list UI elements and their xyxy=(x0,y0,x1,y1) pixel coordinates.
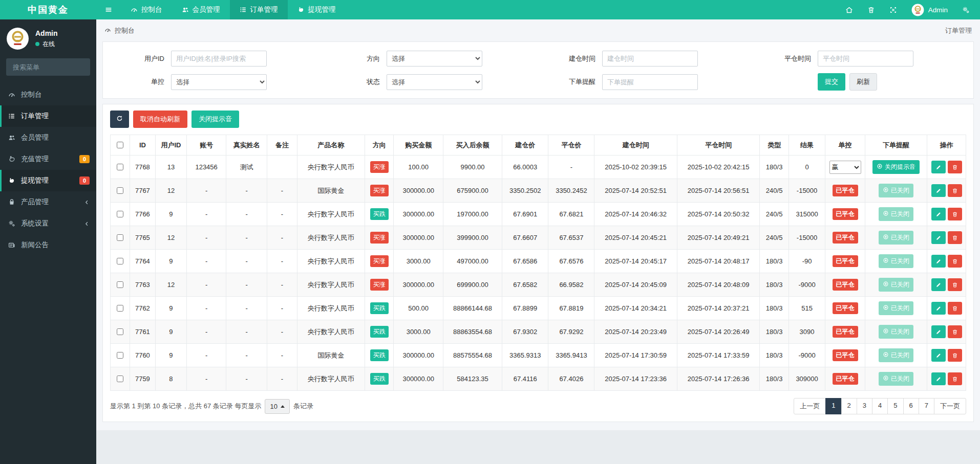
delete-button[interactable] xyxy=(948,255,962,268)
cell-open-price: 67.6607 xyxy=(502,226,548,250)
remind-closed-button[interactable]: 已关闭 xyxy=(879,348,913,362)
submit-button[interactable]: 提交 xyxy=(818,73,845,91)
row-checkbox[interactable] xyxy=(117,234,123,241)
page-button-4[interactable]: 4 xyxy=(872,398,888,414)
delete-button[interactable] xyxy=(948,278,962,291)
cell-real-name: - xyxy=(226,179,267,203)
column-header: 类型 xyxy=(760,135,789,156)
row-checkbox[interactable] xyxy=(117,328,123,335)
control-select[interactable]: 赢 xyxy=(829,161,861,174)
remind-closed-button[interactable]: 已关闭 xyxy=(879,207,913,221)
column-header: 产品名称 xyxy=(297,135,365,156)
sidebar-item-news[interactable]: 新闻公告 xyxy=(0,234,96,256)
home-icon[interactable] xyxy=(845,6,853,14)
sidebar-item-withdraw[interactable]: 提现管理0 xyxy=(0,170,96,191)
delete-button[interactable] xyxy=(948,231,962,244)
user-id-input[interactable] xyxy=(171,51,267,67)
cell-close-price: 67.8819 xyxy=(548,297,594,320)
sidebar-toggle-button[interactable] xyxy=(96,0,121,19)
prev-page-button[interactable]: 上一页 xyxy=(794,398,826,414)
edit-button[interactable] xyxy=(931,255,946,268)
table-row: 77629---央行数字人民币买跌500.0088866144.6867.889… xyxy=(111,297,966,320)
row-checkbox[interactable] xyxy=(117,211,123,217)
sidebar-search-input[interactable] xyxy=(12,63,104,72)
edit-button[interactable] xyxy=(931,161,946,173)
status-select[interactable]: 选择 xyxy=(387,74,482,90)
page-button-3[interactable]: 3 xyxy=(857,398,872,414)
admin-menu[interactable]: Admin xyxy=(911,4,948,16)
row-checkbox[interactable] xyxy=(117,281,123,288)
delete-button[interactable] xyxy=(948,349,962,362)
remind-closed-button[interactable]: 已关闭 xyxy=(879,278,913,292)
table-row: 776512---央行数字人民币买涨300000.00399900.0067.6… xyxy=(111,226,966,250)
edit-button[interactable] xyxy=(931,208,946,220)
remind-closed-button[interactable]: 已关闭 xyxy=(879,301,913,315)
order-remind-input[interactable] xyxy=(602,74,698,90)
cancel-auto-refresh-button[interactable]: 取消自动刷新 xyxy=(133,111,187,128)
delete-button[interactable] xyxy=(948,372,962,385)
delete-button[interactable] xyxy=(948,208,962,220)
admin-label: Admin xyxy=(928,6,948,14)
cell-open-price: 67.6582 xyxy=(502,273,548,297)
circle-dot-icon xyxy=(883,187,889,194)
close-remind-button[interactable]: 关闭提示音 xyxy=(872,160,920,174)
edit-button[interactable] xyxy=(931,372,946,385)
cell-open-price: 67.8899 xyxy=(502,297,548,320)
delete-button[interactable] xyxy=(948,184,962,197)
open-time-input[interactable] xyxy=(602,51,698,67)
refresh-filters-button[interactable]: 刷新 xyxy=(849,73,877,91)
cell-balance-after: 88863554.68 xyxy=(443,320,502,344)
delete-button[interactable] xyxy=(948,161,962,173)
refresh-table-button[interactable] xyxy=(110,111,129,128)
nav-item-withdraw[interactable]: 提现管理 xyxy=(288,0,346,19)
row-checkbox[interactable] xyxy=(117,352,123,359)
sidebar-item-settings[interactable]: 系统设置 xyxy=(0,213,96,234)
cell-balance-after: 699900.00 xyxy=(443,273,502,297)
edit-button[interactable] xyxy=(931,325,946,338)
page-button-5[interactable]: 5 xyxy=(887,398,903,414)
delete-button[interactable] xyxy=(948,302,962,315)
control-select[interactable]: 选择 xyxy=(171,74,267,90)
row-checkbox[interactable] xyxy=(117,305,123,312)
nav-item-members[interactable]: 会员管理 xyxy=(172,0,230,19)
cell-open-time: 2025-07-14 20:45:09 xyxy=(594,273,677,297)
edit-button[interactable] xyxy=(931,349,946,362)
edit-button[interactable] xyxy=(931,302,946,315)
remind-closed-button[interactable]: 已关闭 xyxy=(879,231,913,245)
trash-icon[interactable] xyxy=(867,6,875,14)
sidebar-item-dashboard[interactable]: 控制台 xyxy=(0,84,96,105)
sidebar-item-products[interactable]: 产品管理 xyxy=(0,191,96,213)
cell-amount: 300000.00 xyxy=(394,273,443,297)
edit-button[interactable] xyxy=(931,184,946,197)
gears-icon[interactable] xyxy=(962,6,970,14)
remind-closed-button[interactable]: 已关闭 xyxy=(879,184,913,197)
remind-closed-button[interactable]: 已关闭 xyxy=(879,325,913,339)
row-checkbox[interactable] xyxy=(117,187,123,194)
mute-sound-button[interactable]: 关闭提示音 xyxy=(191,111,239,128)
direction-select[interactable]: 选择 xyxy=(387,51,482,67)
page-button-1[interactable]: 1 xyxy=(825,398,841,414)
row-checkbox[interactable] xyxy=(117,164,123,170)
select-all-checkbox[interactable] xyxy=(117,142,123,148)
page-button-6[interactable]: 6 xyxy=(903,398,919,414)
page-button-2[interactable]: 2 xyxy=(841,398,857,414)
page-button-7[interactable]: 7 xyxy=(919,398,934,414)
remind-closed-button[interactable]: 已关闭 xyxy=(879,372,913,386)
sidebar-item-members[interactable]: 会员管理 xyxy=(0,127,96,148)
delete-button[interactable] xyxy=(948,325,962,338)
nav-item-orders[interactable]: 订单管理 xyxy=(230,0,288,19)
page-size-dropdown[interactable]: 10 xyxy=(265,399,289,414)
sidebar-item-recharge[interactable]: 充值管理0 xyxy=(0,148,96,170)
edit-button[interactable] xyxy=(931,278,946,291)
nav-item-dashboard[interactable]: 控制台 xyxy=(121,0,172,19)
row-checkbox[interactable] xyxy=(117,375,123,382)
close-time-input[interactable] xyxy=(818,51,913,67)
row-checkbox[interactable] xyxy=(117,258,123,264)
remind-closed-button[interactable]: 已关闭 xyxy=(879,254,913,268)
cell-type: 240/5 xyxy=(760,179,789,203)
edit-button[interactable] xyxy=(931,231,946,244)
next-page-button[interactable]: 下一页 xyxy=(934,398,966,414)
expand-icon[interactable] xyxy=(889,6,897,14)
cell-remind: 已关闭 xyxy=(865,320,927,344)
sidebar-item-orders[interactable]: 订单管理 xyxy=(0,105,96,127)
